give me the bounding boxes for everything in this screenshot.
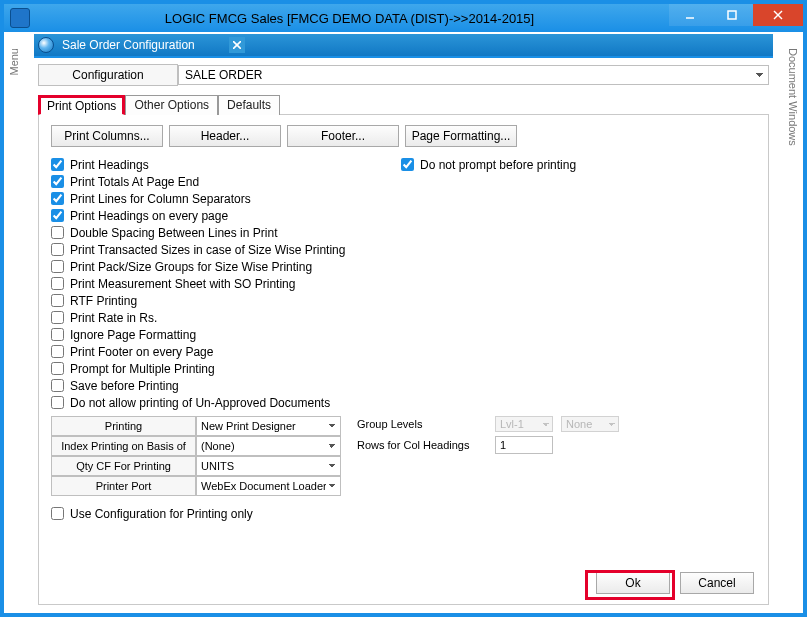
group-levels-select-1[interactable]: Lvl-1 <box>495 416 553 432</box>
checkbox-label: Save before Printing <box>70 379 179 393</box>
option-checkbox[interactable] <box>51 396 64 409</box>
group-levels-label: Group Levels <box>357 418 487 430</box>
checkbox-label: Print Pack/Size Groups for Size Wise Pri… <box>70 260 312 274</box>
checkbox-row[interactable]: Ignore Page Formatting <box>51 327 401 342</box>
print-columns-button[interactable]: Print Columns... <box>51 125 163 147</box>
checkbox-label: Print Lines for Column Separators <box>70 192 251 206</box>
checkbox-label: Use Configuration for Printing only <box>70 507 253 521</box>
checkbox-row[interactable]: Double Spacing Between Lines in Print <box>51 225 401 240</box>
document-icon <box>38 37 54 53</box>
checkbox-label: Do not allow printing of Un-Approved Doc… <box>70 396 330 410</box>
option-checkbox[interactable] <box>51 345 64 358</box>
inner-tab-close-button[interactable] <box>229 37 245 53</box>
option-checkbox[interactable] <box>51 362 64 375</box>
option-checkbox[interactable] <box>51 243 64 256</box>
qty-cf-select[interactable]: UNITS <box>196 456 341 476</box>
checkbox-row[interactable]: Print Measurement Sheet with SO Printing <box>51 276 401 291</box>
content-panel: Print Columns... Header... Footer... Pag… <box>38 114 769 605</box>
qty-cf-label: Qty CF For Printing <box>51 456 196 476</box>
checkbox-label: Print Headings on every page <box>70 209 228 223</box>
inner-window: Sale Order Configuration Configuration S… <box>34 34 773 609</box>
checkbox-row[interactable]: Do not allow printing of Un-Approved Doc… <box>51 395 401 410</box>
checkbox-row[interactable]: Print Headings <box>51 157 401 172</box>
maximize-icon <box>727 10 737 20</box>
window-controls <box>669 4 803 32</box>
minimize-button[interactable] <box>669 4 711 26</box>
tab-defaults[interactable]: Defaults <box>218 95 280 115</box>
configuration-select[interactable]: SALE ORDER <box>178 65 769 85</box>
checkbox-label: Print Transacted Sizes in case of Size W… <box>70 243 345 257</box>
option-checkbox[interactable] <box>51 311 64 324</box>
svg-rect-1 <box>728 11 736 19</box>
configuration-row: Configuration SALE ORDER <box>38 64 769 86</box>
checkbox-label: Print Rate in Rs. <box>70 311 157 325</box>
option-checkbox[interactable] <box>51 175 64 188</box>
rows-for-col-headings-input[interactable] <box>495 436 553 454</box>
checkbox-row[interactable]: Print Totals At Page End <box>51 174 401 189</box>
option-checkbox[interactable] <box>51 294 64 307</box>
tab-print-options[interactable]: Print Options <box>38 95 125 115</box>
checkbox-row[interactable]: Print Headings on every page <box>51 208 401 223</box>
checkbox-row[interactable]: Print Lines for Column Separators <box>51 191 401 206</box>
checkbox-row[interactable]: RTF Printing <box>51 293 401 308</box>
footer-button[interactable]: Footer... <box>287 125 399 147</box>
option-checkbox[interactable] <box>51 192 64 205</box>
index-printing-select[interactable]: (None) <box>196 436 341 456</box>
document-windows-side-tab[interactable]: Document Windows <box>785 46 801 148</box>
printing-label: Printing <box>51 416 196 436</box>
checkbox-label: Do not prompt before printing <box>420 158 576 172</box>
client-area: Menu Document Windows Sale Order Configu… <box>4 32 803 613</box>
tab-other-options[interactable]: Other Options <box>125 95 218 115</box>
checkbox-label: Double Spacing Between Lines in Print <box>70 226 277 240</box>
header-button[interactable]: Header... <box>169 125 281 147</box>
printing-select[interactable]: New Print Designer <box>196 416 341 436</box>
do-not-prompt-checkbox-row[interactable]: Do not prompt before printing <box>401 157 576 172</box>
close-icon <box>233 41 241 49</box>
sub-tab-row: Print Options Other Options Defaults <box>38 94 773 114</box>
checkboxes-left-column: Print HeadingsPrint Totals At Page EndPr… <box>51 157 401 410</box>
rows-for-col-headings-label: Rows for Col Headings <box>357 439 487 451</box>
page-formatting-button[interactable]: Page Formatting... <box>405 125 517 147</box>
checkbox-row[interactable]: Print Transacted Sizes in case of Size W… <box>51 242 401 257</box>
option-checkbox[interactable] <box>51 209 64 222</box>
app-icon <box>10 8 30 28</box>
do-not-prompt-checkbox[interactable] <box>401 158 414 171</box>
separator <box>34 56 773 58</box>
checkbox-label: Print Footer on every Page <box>70 345 213 359</box>
close-button[interactable] <box>753 4 803 26</box>
inner-tab-title: Sale Order Configuration <box>58 38 225 52</box>
checkbox-row[interactable]: Prompt for Multiple Printing <box>51 361 401 376</box>
right-settings: Group Levels Lvl-1 None Rows for Col Hea… <box>357 416 619 496</box>
checkbox-row[interactable]: Save before Printing <box>51 378 401 393</box>
checkbox-label: Prompt for Multiple Printing <box>70 362 215 376</box>
checkbox-label: Print Totals At Page End <box>70 175 199 189</box>
printer-port-select[interactable]: WebEx Document Loader <box>196 476 341 496</box>
checkboxes-right-column: Do not prompt before printing <box>401 157 576 410</box>
printer-port-label: Printer Port <box>51 476 196 496</box>
close-icon <box>773 10 783 20</box>
group-levels-select-2[interactable]: None <box>561 416 619 432</box>
checkbox-row[interactable]: Print Rate in Rs. <box>51 310 401 325</box>
toolbar-buttons: Print Columns... Header... Footer... Pag… <box>51 125 756 147</box>
option-checkbox[interactable] <box>51 260 64 273</box>
dropdown-grid: Printing New Print Designer Index Printi… <box>51 416 341 496</box>
option-checkbox[interactable] <box>51 158 64 171</box>
titlebar: LOGIC FMCG Sales [FMCG DEMO DATA (DIST)-… <box>4 4 803 32</box>
app-window: LOGIC FMCG Sales [FMCG DEMO DATA (DIST)-… <box>0 0 807 617</box>
cancel-button[interactable]: Cancel <box>680 572 754 594</box>
option-checkbox[interactable] <box>51 379 64 392</box>
use-config-printing-only-checkbox[interactable] <box>51 507 64 520</box>
ok-button[interactable]: Ok <box>596 572 670 594</box>
menu-side-tab[interactable]: Menu <box>6 46 22 78</box>
option-checkbox[interactable] <box>51 226 64 239</box>
inner-tab-bar: Sale Order Configuration <box>34 34 773 56</box>
configuration-label: Configuration <box>38 64 178 86</box>
window-title: LOGIC FMCG Sales [FMCG DEMO DATA (DIST)-… <box>30 11 669 26</box>
option-checkbox[interactable] <box>51 328 64 341</box>
use-config-printing-only-row[interactable]: Use Configuration for Printing only <box>51 506 756 521</box>
checkbox-row[interactable]: Print Footer on every Page <box>51 344 401 359</box>
option-checkbox[interactable] <box>51 277 64 290</box>
maximize-button[interactable] <box>711 4 753 26</box>
checkbox-label: Print Headings <box>70 158 149 172</box>
checkbox-row[interactable]: Print Pack/Size Groups for Size Wise Pri… <box>51 259 401 274</box>
